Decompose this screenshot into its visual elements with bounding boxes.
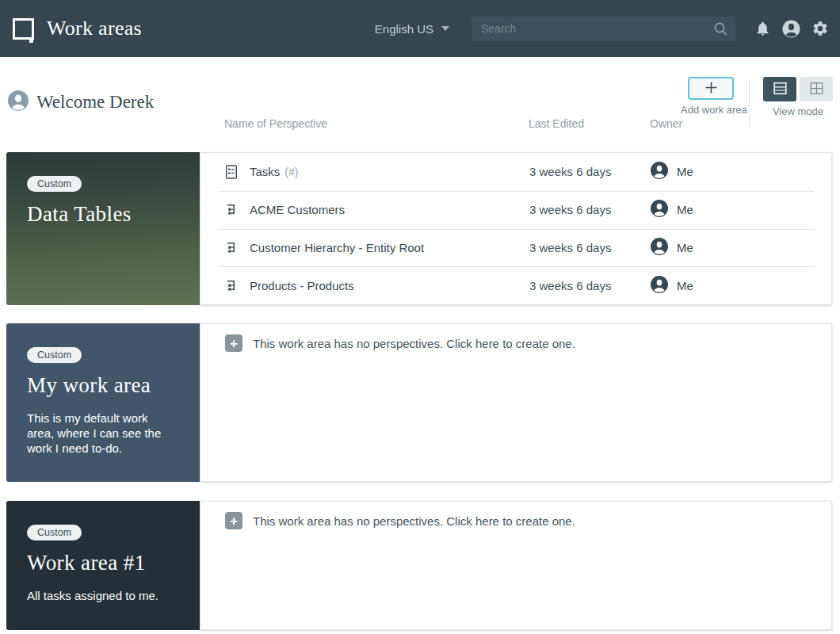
list-view-icon xyxy=(773,82,787,97)
view-mode-list-button[interactable] xyxy=(763,77,796,101)
user-avatar-icon xyxy=(8,90,29,114)
perspective-name: Products - Products xyxy=(250,279,529,292)
work-area-card-data-tables[interactable]: Custom Data Tables xyxy=(6,152,200,305)
welcome-header: Welcome Derek xyxy=(8,90,154,114)
app-header: Work areas English US xyxy=(0,0,840,57)
perspective-row[interactable]: Tasks(#) 3 weeks 6 days Me xyxy=(200,153,831,191)
language-selected-label: English US xyxy=(375,22,433,36)
view-mode-group: View mode xyxy=(762,77,834,117)
column-header-owner: Owner xyxy=(650,117,682,130)
work-area-title: Work area #1 xyxy=(27,551,184,575)
create-perspective-link[interactable]: + This work area has no perspectives. Cl… xyxy=(200,502,831,529)
empty-message: This work area has no perspectives. Clic… xyxy=(253,514,575,528)
perspective-last-edited: 3 weeks 6 days xyxy=(529,203,651,216)
perspectives-panel: + This work area has no perspectives. Cl… xyxy=(200,323,832,482)
perspective-last-edited: 3 weeks 6 days xyxy=(529,241,651,254)
plus-tile-icon: + xyxy=(225,512,242,529)
owner-avatar-icon xyxy=(651,162,668,181)
work-area-section-my-work-area: Custom My work area This is my default w… xyxy=(6,323,832,482)
owner-name: Me xyxy=(677,165,693,178)
hierarchy-icon xyxy=(225,279,239,292)
grid-view-icon xyxy=(810,82,823,97)
perspective-row[interactable]: ACME Customers 3 weeks 6 days Me xyxy=(200,191,831,229)
work-area-card-work-area-1[interactable]: Custom Work area #1 All tasks assigned t… xyxy=(6,501,200,630)
perspective-last-edited: 3 weeks 6 days xyxy=(529,279,651,292)
hierarchy-icon xyxy=(225,241,239,254)
work-area-title: My work area xyxy=(27,373,184,398)
owner-avatar-icon xyxy=(651,200,668,220)
work-area-title: Data Tables xyxy=(27,202,184,227)
notifications-bell-icon[interactable] xyxy=(754,20,771,37)
perspective-name: Tasks(#) xyxy=(250,165,529,178)
owner-avatar-icon xyxy=(651,238,668,258)
perspective-suffix: (#) xyxy=(284,166,298,178)
perspective-owner: Me xyxy=(651,276,693,296)
welcome-title: Welcome Derek xyxy=(36,92,154,113)
perspectives-panel: Tasks(#) 3 weeks 6 days Me ACME Customer… xyxy=(200,152,832,305)
search-input[interactable] xyxy=(472,17,735,41)
work-area-section-data-tables: Custom Data Tables Tasks(#) 3 weeks 6 da… xyxy=(6,152,832,305)
task-list-icon xyxy=(225,165,239,179)
plus-icon xyxy=(703,79,720,98)
add-work-area-button[interactable] xyxy=(688,77,734,100)
custom-badge: Custom xyxy=(27,347,82,363)
add-work-area-label: Add work area xyxy=(681,104,741,116)
view-mode-grid-button[interactable] xyxy=(800,77,833,101)
column-header-name: Name of Perspective xyxy=(224,117,327,130)
plus-tile-icon: + xyxy=(225,334,242,352)
empty-message: This work area has no perspectives. Clic… xyxy=(253,337,575,350)
view-mode-label: View mode xyxy=(762,105,834,117)
app-logo-icon xyxy=(13,18,34,40)
perspectives-panel: + This work area has no perspectives. Cl… xyxy=(200,501,832,630)
search-icon xyxy=(713,21,728,40)
perspective-row[interactable]: Customer Hierarchy - Entity Root 3 weeks… xyxy=(200,229,831,267)
work-area-section-work-area-1: Custom Work area #1 All tasks assigned t… xyxy=(6,501,832,630)
work-area-description: This is my default work area, where I ca… xyxy=(27,411,163,456)
perspective-owner: Me xyxy=(651,200,693,220)
search-box xyxy=(472,17,735,41)
toolbar-divider xyxy=(749,79,750,127)
toolbar: Welcome Derek Add work area View mode xyxy=(0,57,840,152)
caret-down-icon xyxy=(441,26,449,31)
add-work-area-group: Add work area xyxy=(681,77,741,116)
owner-avatar-icon xyxy=(651,276,668,296)
perspective-last-edited: 3 weeks 6 days xyxy=(529,165,651,178)
owner-name: Me xyxy=(677,241,693,254)
custom-badge: Custom xyxy=(27,176,82,192)
perspective-name: Customer Hierarchy - Entity Root xyxy=(250,241,529,254)
settings-gear-icon[interactable] xyxy=(811,20,829,37)
perspective-owner: Me xyxy=(651,238,693,258)
create-perspective-link[interactable]: + This work area has no perspectives. Cl… xyxy=(200,324,831,352)
owner-name: Me xyxy=(677,279,693,292)
column-header-last-edited: Last Edited xyxy=(529,117,584,130)
perspective-name: ACME Customers xyxy=(250,203,529,216)
language-selector[interactable]: English US xyxy=(375,22,449,36)
perspective-owner: Me xyxy=(651,162,693,181)
perspective-row[interactable]: Products - Products 3 weeks 6 days Me xyxy=(200,266,831,304)
user-account-icon[interactable] xyxy=(782,20,800,38)
work-area-description: All tasks assigned to me. xyxy=(27,589,163,604)
app-title: Work areas xyxy=(47,17,142,40)
owner-name: Me xyxy=(677,203,693,216)
hierarchy-icon xyxy=(225,203,239,216)
custom-badge: Custom xyxy=(27,525,82,540)
work-area-card-my-work-area[interactable]: Custom My work area This is my default w… xyxy=(6,323,200,482)
